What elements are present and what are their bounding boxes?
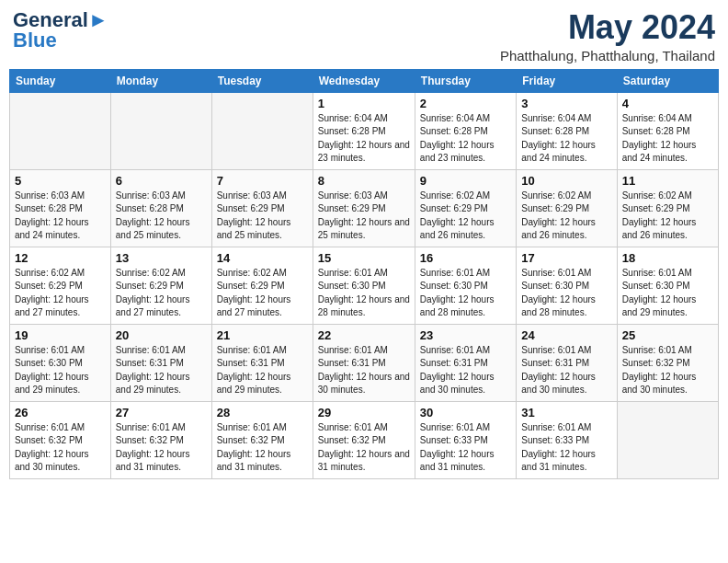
day-info: Sunrise: 6:02 AMSunset: 6:29 PMDaylight:…	[521, 190, 611, 243]
calendar-cell	[110, 92, 211, 169]
calendar-week-row: 12Sunrise: 6:02 AMSunset: 6:29 PMDayligh…	[10, 247, 719, 324]
calendar-cell: 31Sunrise: 6:01 AMSunset: 6:33 PMDayligh…	[517, 401, 617, 478]
day-info: Sunrise: 6:01 AMSunset: 6:31 PMDaylight:…	[420, 344, 511, 397]
calendar-cell: 25Sunrise: 6:01 AMSunset: 6:32 PMDayligh…	[617, 324, 718, 401]
day-number: 7	[217, 174, 308, 188]
day-number: 23	[420, 328, 511, 342]
day-number: 22	[318, 328, 410, 342]
weekday-header-tuesday: Tuesday	[211, 69, 313, 92]
calendar-cell: 20Sunrise: 6:01 AMSunset: 6:31 PMDayligh…	[110, 324, 211, 401]
day-info: Sunrise: 6:03 AMSunset: 6:29 PMDaylight:…	[217, 190, 308, 243]
day-number: 30	[420, 406, 511, 419]
day-info: Sunrise: 6:04 AMSunset: 6:28 PMDaylight:…	[622, 112, 713, 166]
calendar-cell: 9Sunrise: 6:02 AMSunset: 6:29 PMDaylight…	[415, 169, 516, 247]
calendar-cell: 18Sunrise: 6:01 AMSunset: 6:30 PMDayligh…	[617, 247, 718, 324]
day-info: Sunrise: 6:01 AMSunset: 6:31 PMDaylight:…	[318, 344, 410, 397]
calendar-cell: 27Sunrise: 6:01 AMSunset: 6:32 PMDayligh…	[110, 401, 211, 478]
weekday-header-saturday: Saturday	[617, 69, 718, 92]
calendar-header-row: SundayMondayTuesdayWednesdayThursdayFrid…	[10, 69, 719, 92]
day-info: Sunrise: 6:01 AMSunset: 6:30 PMDaylight:…	[622, 267, 713, 320]
day-info: Sunrise: 6:03 AMSunset: 6:28 PMDaylight:…	[116, 190, 207, 243]
calendar-cell: 7Sunrise: 6:03 AMSunset: 6:29 PMDaylight…	[211, 169, 313, 247]
day-number: 8	[318, 174, 410, 188]
weekday-header-wednesday: Wednesday	[313, 69, 415, 92]
day-info: Sunrise: 6:02 AMSunset: 6:29 PMDaylight:…	[420, 190, 511, 243]
calendar-cell: 24Sunrise: 6:01 AMSunset: 6:31 PMDayligh…	[517, 324, 617, 401]
day-number: 17	[521, 251, 611, 265]
day-number: 28	[217, 406, 308, 419]
calendar-cell: 5Sunrise: 6:03 AMSunset: 6:28 PMDaylight…	[10, 169, 111, 247]
day-info: Sunrise: 6:01 AMSunset: 6:32 PMDaylight:…	[622, 344, 713, 397]
logo-blue: Blue	[13, 29, 57, 52]
day-number: 18	[622, 251, 713, 265]
day-info: Sunrise: 6:01 AMSunset: 6:33 PMDaylight:…	[420, 421, 511, 475]
calendar-cell: 30Sunrise: 6:01 AMSunset: 6:33 PMDayligh…	[415, 401, 516, 478]
calendar-cell: 19Sunrise: 6:01 AMSunset: 6:30 PMDayligh…	[10, 324, 111, 401]
day-info: Sunrise: 6:01 AMSunset: 6:32 PMDaylight:…	[15, 421, 106, 475]
calendar-cell: 10Sunrise: 6:02 AMSunset: 6:29 PMDayligh…	[517, 169, 617, 247]
weekday-header-monday: Monday	[110, 69, 211, 92]
day-info: Sunrise: 6:01 AMSunset: 6:30 PMDaylight:…	[420, 267, 511, 320]
weekday-header-friday: Friday	[517, 69, 617, 92]
day-number: 24	[521, 328, 611, 342]
day-number: 26	[15, 406, 106, 419]
day-info: Sunrise: 6:01 AMSunset: 6:32 PMDaylight:…	[217, 421, 308, 475]
calendar-cell: 22Sunrise: 6:01 AMSunset: 6:31 PMDayligh…	[313, 324, 415, 401]
day-number: 16	[420, 251, 511, 265]
day-number: 5	[15, 174, 106, 188]
day-number: 9	[420, 174, 511, 188]
day-info: Sunrise: 6:04 AMSunset: 6:28 PMDaylight:…	[420, 112, 511, 166]
calendar-cell	[10, 92, 111, 169]
calendar-cell: 1Sunrise: 6:04 AMSunset: 6:28 PMDaylight…	[313, 92, 415, 169]
day-info: Sunrise: 6:01 AMSunset: 6:30 PMDaylight:…	[318, 267, 410, 320]
calendar-cell: 21Sunrise: 6:01 AMSunset: 6:31 PMDayligh…	[211, 324, 313, 401]
day-info: Sunrise: 6:03 AMSunset: 6:28 PMDaylight:…	[15, 190, 106, 243]
calendar-cell: 29Sunrise: 6:01 AMSunset: 6:32 PMDayligh…	[313, 401, 415, 478]
calendar-cell: 16Sunrise: 6:01 AMSunset: 6:30 PMDayligh…	[415, 247, 516, 324]
day-info: Sunrise: 6:02 AMSunset: 6:29 PMDaylight:…	[116, 267, 207, 320]
page-header: General► Blue May 2024 Phatthalung, Phat…	[9, 9, 719, 63]
calendar-cell: 4Sunrise: 6:04 AMSunset: 6:28 PMDaylight…	[617, 92, 718, 169]
calendar-cell: 28Sunrise: 6:01 AMSunset: 6:32 PMDayligh…	[211, 401, 313, 478]
calendar-cell: 26Sunrise: 6:01 AMSunset: 6:32 PMDayligh…	[10, 401, 111, 478]
calendar-table: SundayMondayTuesdayWednesdayThursdayFrid…	[9, 69, 719, 479]
day-number: 1	[318, 97, 410, 110]
day-number: 3	[521, 97, 611, 110]
day-number: 4	[622, 97, 713, 110]
day-info: Sunrise: 6:01 AMSunset: 6:30 PMDaylight:…	[15, 344, 106, 397]
day-info: Sunrise: 6:04 AMSunset: 6:28 PMDaylight:…	[521, 112, 611, 166]
day-number: 15	[318, 251, 410, 265]
calendar-cell: 17Sunrise: 6:01 AMSunset: 6:30 PMDayligh…	[517, 247, 617, 324]
calendar-cell	[617, 401, 718, 478]
day-info: Sunrise: 6:02 AMSunset: 6:29 PMDaylight:…	[217, 267, 308, 320]
day-number: 21	[217, 328, 308, 342]
calendar-cell	[211, 92, 313, 169]
day-info: Sunrise: 6:01 AMSunset: 6:30 PMDaylight:…	[521, 267, 611, 320]
day-info: Sunrise: 6:01 AMSunset: 6:32 PMDaylight:…	[116, 421, 207, 475]
calendar-cell: 2Sunrise: 6:04 AMSunset: 6:28 PMDaylight…	[415, 92, 516, 169]
day-number: 31	[521, 406, 611, 419]
day-number: 13	[116, 251, 207, 265]
day-number: 14	[217, 251, 308, 265]
calendar-cell: 11Sunrise: 6:02 AMSunset: 6:29 PMDayligh…	[617, 169, 718, 247]
day-number: 2	[420, 97, 511, 110]
day-number: 11	[622, 174, 713, 188]
calendar-cell: 3Sunrise: 6:04 AMSunset: 6:28 PMDaylight…	[517, 92, 617, 169]
day-info: Sunrise: 6:01 AMSunset: 6:33 PMDaylight:…	[521, 421, 611, 475]
calendar-cell: 14Sunrise: 6:02 AMSunset: 6:29 PMDayligh…	[211, 247, 313, 324]
location: Phatthalung, Phatthalung, Thailand	[500, 48, 715, 63]
title-block: May 2024 Phatthalung, Phatthalung, Thail…	[500, 9, 715, 63]
calendar-cell: 12Sunrise: 6:02 AMSunset: 6:29 PMDayligh…	[10, 247, 111, 324]
calendar-week-row: 1Sunrise: 6:04 AMSunset: 6:28 PMDaylight…	[10, 92, 719, 169]
calendar-cell: 13Sunrise: 6:02 AMSunset: 6:29 PMDayligh…	[110, 247, 211, 324]
calendar-week-row: 26Sunrise: 6:01 AMSunset: 6:32 PMDayligh…	[10, 401, 719, 478]
day-number: 12	[15, 251, 106, 265]
day-info: Sunrise: 6:01 AMSunset: 6:31 PMDaylight:…	[521, 344, 611, 397]
calendar-cell: 23Sunrise: 6:01 AMSunset: 6:31 PMDayligh…	[415, 324, 516, 401]
day-number: 20	[116, 328, 207, 342]
month-year: May 2024	[500, 9, 715, 46]
calendar-week-row: 19Sunrise: 6:01 AMSunset: 6:30 PMDayligh…	[10, 324, 719, 401]
day-number: 10	[521, 174, 611, 188]
day-number: 27	[116, 406, 207, 419]
day-info: Sunrise: 6:02 AMSunset: 6:29 PMDaylight:…	[15, 267, 106, 320]
